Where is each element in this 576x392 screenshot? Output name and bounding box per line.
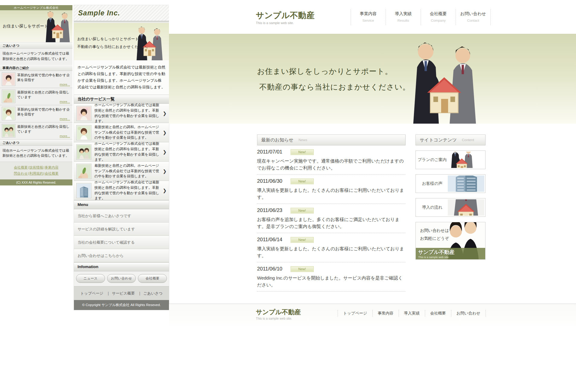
- footer-link-results[interactable]: 導入実績: [399, 310, 425, 317]
- news-item-header: 2011/06/23 New!: [257, 207, 406, 213]
- contact-line1: お問い合わせは: [420, 227, 449, 235]
- banner-contact[interactable]: お問い合わせは お気軽にどうぞ サンプル不動産 This is a sample…: [415, 222, 485, 260]
- mobile-hero-caption: お住まい探しをサポート: [3, 24, 48, 29]
- chevron-right-icon: ❯: [163, 130, 167, 135]
- new-badge: New!: [291, 208, 314, 213]
- footer-link-company[interactable]: 会社概要: [425, 310, 451, 317]
- footer-link[interactable]: 技術情報: [28, 166, 43, 169]
- footer-link-service[interactable]: サービス概要: [103, 291, 135, 296]
- footer-link-contact[interactable]: お問い合わせ: [451, 310, 486, 317]
- banner-flow[interactable]: 導入の流れ: [415, 198, 485, 217]
- news-section: 最新のお知らせ News 2011/07/01 New! 現在キャンペーン実施中…: [257, 134, 406, 292]
- news-item: 2011/06/14 New! 導入実績を更新しました。たくさんのお客様にご利用…: [257, 233, 406, 262]
- list-item[interactable]: 革新的な技術で世の中を動かす企業を目指す more...: [0, 71, 72, 88]
- service-item[interactable]: 最新技術と自然との調和。ホームページサンプル株式会社では革新的な技術で世の中を動…: [74, 123, 169, 142]
- news-item: 2011/07/01 New! 現在キャンペーン実施中です。通常価格の半額でご利…: [257, 145, 406, 175]
- hero-tagline: お住まい探しをしっかりとサポート。 不動産の事なら当社におまかせください。: [257, 66, 410, 92]
- news-item: 2011/06/30 New! 導入実績を更新しました。たくさんのお客様にご利用…: [257, 175, 406, 204]
- footer-link-top[interactable]: トップページ: [338, 310, 372, 317]
- service-item[interactable]: ホームページサンプル株式会社では最新技術と自然との調和を目指します。革新的な技術…: [74, 181, 169, 200]
- mobile-greeting-heading: ごあいさつ: [0, 43, 72, 49]
- news-button[interactable]: ニュース: [76, 274, 105, 283]
- mobile-hero: お住まい探しをサポート: [0, 10, 72, 43]
- portrait-photo: [76, 125, 91, 140]
- footer-logo[interactable]: サンプル不動産 This is a sample web site.: [256, 308, 301, 320]
- footer-nav: トップページ 事業内容 導入実績 会社概要 お問い合わせ: [338, 310, 486, 317]
- footer-logo-text: サンプル不動産: [256, 308, 301, 316]
- banner-voices[interactable]: お客様の声: [415, 174, 485, 193]
- service-item-text: 最新技術と自然との調和。ホームページサンプル株式会社では革新的な技術で世の中を動…: [94, 125, 161, 141]
- mobile-greeting-text: 現在ホームページサンプル株式会社では最新技術と自然との調和を目指しています。: [0, 49, 72, 65]
- mobile-services-heading: 事業内容のご紹介: [0, 65, 72, 71]
- service-item-text: ホームページサンプル株式会社では最新技術と自然との調和を目指します。革新的な技術…: [94, 103, 161, 124]
- new-badge: New!: [291, 179, 314, 184]
- service-item[interactable]: ホームページサンプル株式会社では最新技術と自然との調和を目指します。革新的な技術…: [74, 142, 169, 162]
- menu-item-contact[interactable]: お問い合わせはこちらから: [74, 249, 169, 262]
- footer-link[interactable]: 会社概要: [14, 166, 28, 169]
- contact-button[interactable]: お問い合わせ: [107, 274, 136, 283]
- nav-item-contact[interactable]: お問い合わせ Contact: [456, 9, 491, 25]
- more-link[interactable]: more...: [60, 100, 70, 103]
- menu-item-service[interactable]: サービスの詳細を解説しています: [74, 223, 169, 236]
- more-link[interactable]: more...: [60, 134, 70, 138]
- news-text: 現在キャンペーン実施中です。通常価格の半額でご利用いただけますのでお得なこの機会…: [257, 158, 406, 171]
- portrait-photo: [2, 124, 15, 138]
- news-text: お客様の声を追加しました。多くのお客様にご満足いただいております。是非プランのご…: [257, 216, 406, 230]
- house-model-photo: [448, 199, 484, 216]
- footer-link-top[interactable]: トップページ: [80, 291, 103, 296]
- footer-link[interactable]: 問合わせ: [14, 172, 28, 175]
- service-item[interactable]: ホームページサンプル株式会社では最新技術と自然との調和を目指します。革新的な技術…: [74, 104, 169, 123]
- tablet-footer-links: トップページサービス概要ごあいさつ: [74, 286, 169, 300]
- nav-item-company[interactable]: 会社概要 Company: [421, 9, 456, 25]
- news-date: 2011/06/10: [257, 266, 282, 272]
- site-logo[interactable]: サンプル不動産 This is a sample web site.: [256, 10, 315, 25]
- new-badge: New!: [291, 266, 314, 272]
- tablet-logo: Sample Inc.: [74, 5, 169, 21]
- list-item[interactable]: 最新技術と自然との調和を目指しています more...: [0, 88, 72, 105]
- list-item[interactable]: 革新的な技術で世の中を動かす企業を目指す more...: [0, 105, 72, 122]
- footer-link[interactable]: 利用規約: [28, 172, 43, 175]
- tablet-copyright: © Copyright サンプル株式会社 All Rights Reseved.: [74, 300, 169, 310]
- sidebar-heading-sub: Content: [462, 138, 474, 142]
- hero-banner: お住まい探しをしっかりとサポート。 不動産の事なら当社におまかせください。: [169, 34, 576, 124]
- divider: [74, 21, 169, 23]
- footer-link[interactable]: 会社概要: [43, 172, 59, 175]
- footer-link[interactable]: 事業内容: [43, 166, 59, 169]
- main-nav: 事業内容 Service 導入実績 Results 会社概要 Company お…: [351, 9, 491, 25]
- sidebar-header: サイトコンテンツ Content: [415, 134, 485, 145]
- footer-links-row: 会社概要技術情報事業内容: [0, 165, 72, 171]
- sidebar-heading: サイトコンテンツ: [420, 137, 457, 143]
- banner-label: 導入の流れ: [417, 199, 448, 216]
- more-link[interactable]: more...: [60, 117, 70, 121]
- banner-plans[interactable]: プランのご案内: [415, 150, 485, 169]
- news-text: 導入実績を更新しました。たくさんのお客様にご利用いただいております。: [257, 245, 406, 259]
- footer-link-greeting[interactable]: ごあいさつ: [135, 291, 163, 296]
- chevron-right-icon: ❯: [163, 169, 167, 174]
- menu-item-greeting[interactable]: 当社から皆様へごあいさつです: [74, 209, 169, 223]
- news-date: 2011/06/23: [257, 207, 282, 213]
- service-item[interactable]: 最新技術と自然との調和。ホームページサンプル株式会社では革新的な技術で世の中を動…: [74, 162, 169, 181]
- footer-link-service[interactable]: 事業内容: [372, 310, 399, 317]
- nav-item-service[interactable]: 事業内容 Service: [351, 9, 386, 25]
- news-text: 導入実績を更新しました。たくさんのお客様にご利用いただいております。: [257, 187, 406, 201]
- desktop-footer: サンプル不動産 This is a sample web site. トップペー…: [169, 304, 576, 328]
- list-item[interactable]: 最新技術と自然との調和を目指しています more...: [0, 122, 72, 140]
- news-section-header: 最新のお知らせ News: [257, 134, 406, 145]
- company-button[interactable]: 会社概要: [138, 274, 167, 283]
- news-item-header: 2011/06/10 New!: [257, 266, 406, 272]
- menu-item-company[interactable]: 当社の会社概要について確認する: [74, 236, 169, 249]
- mobile-header-title: ホームページサンプル株式会社: [0, 5, 72, 10]
- contact-line2: お気軽にどうぞ: [420, 235, 449, 242]
- contact-banner-text: お問い合わせは お気軽にどうぞ: [420, 227, 449, 242]
- tablet-hero-caption: お住まい探しをしっかりとサポート。 不動産の事なら当社におまかせください。: [77, 35, 150, 51]
- leaf-photo: [2, 90, 15, 103]
- mobile-greeting2-heading: ごあいさつ: [0, 140, 72, 146]
- site-logo-subtitle: This is a sample web site.: [256, 21, 315, 25]
- building-photo: [448, 175, 484, 192]
- more-link[interactable]: more...: [60, 83, 70, 86]
- chevron-right-icon: ❯: [163, 111, 167, 116]
- footer-links-row: 問合わせ利用規約会社概要: [0, 171, 72, 177]
- service-item-text: ホームページサンプル株式会社では最新技術と自然との調和を目指します。革新的な技術…: [94, 180, 161, 201]
- nav-item-results[interactable]: 導入実績 Results: [386, 9, 421, 25]
- portrait-photo: [2, 72, 15, 86]
